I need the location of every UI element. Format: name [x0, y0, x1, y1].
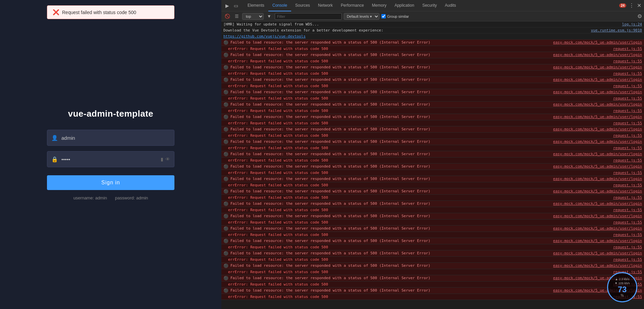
filter-input[interactable]	[275, 13, 342, 20]
error-dot-icon: ⚫	[223, 263, 228, 268]
devtools-topbar: ▶ ▭ Elements Console Sources Network Per…	[221, 0, 644, 11]
error-dot-icon: ⚫	[223, 201, 228, 206]
error-file-link[interactable]: request.js:55	[613, 47, 642, 51]
error-url-link[interactable]: easy-mock.com/mock/5_ue-admin/user/login	[553, 115, 642, 119]
console-settings-icon[interactable]: ⚙	[637, 13, 642, 19]
group-similar-checkbox[interactable]	[381, 14, 386, 18]
error-file-link[interactable]: request.js:55	[613, 71, 642, 76]
log-entry-error-secondary-8: errError: Request failed with status cod…	[221, 145, 644, 151]
error-url-link[interactable]: easy-mock.com/mock/5_ue-admin/user/login	[553, 65, 642, 69]
error-url-link[interactable]: easy-mock.com/mock/5_ue-admin/user/login	[553, 226, 642, 231]
error-file-link[interactable]: request.js:55	[613, 183, 642, 187]
error-dot-icon: ⚫	[223, 288, 228, 293]
error-url-link[interactable]: easy-mock.com/mock/5_ue-admin/user/login	[553, 127, 642, 131]
log-entry-error-main-20: ⚫ Failed to load resource: the server re…	[221, 288, 644, 294]
filter-toggle-icon[interactable]: ☰	[233, 13, 240, 19]
error-url-link[interactable]: easy-mock.com/mock/5_ue-admin/user/login	[553, 214, 642, 218]
capslock-icon[interactable]: ▮	[161, 157, 163, 162]
error-url-link[interactable]: easy-mock.com/mock/5_ue-admin/user/login	[553, 90, 642, 94]
performance-overlay: ▲ 2.3 kb/s ▼ 109 kb/s 73 %	[607, 272, 637, 302]
close-devtools-icon[interactable]: ✕	[637, 2, 641, 9]
eye-icon[interactable]: 👁	[165, 157, 170, 162]
tab-security[interactable]: Security	[418, 0, 441, 11]
error-url-link[interactable]: easy-mock.com/mock/5_ue-admin/user/login	[553, 189, 642, 193]
error-file-link[interactable]: request.js:55	[613, 109, 642, 113]
error-url-link[interactable]: easy-mock.com/mock/5_ue-admin/user/login	[553, 263, 642, 268]
error-url-link[interactable]: easy-mock.com/mock/5_ue-admin/user/login	[553, 239, 642, 243]
error-file-link[interactable]: request.js:55	[613, 96, 642, 101]
tab-elements[interactable]: Elements	[244, 0, 268, 11]
log-entry-error-secondary-6: errError: Request failed with status cod…	[221, 120, 644, 126]
log-entry-error-secondary-1: errError: Request failed with status cod…	[221, 58, 644, 64]
error-url-link[interactable]: easy-mock.com/mock/5_ue-admin/user/login	[553, 177, 642, 181]
error-dot-icon: ⚫	[223, 90, 228, 95]
error-url-link[interactable]: easy-mock.com/mock/5_ue-admin/user/login	[553, 164, 642, 169]
log-entry-error-secondary-0: errError: Request failed with status cod…	[221, 46, 644, 52]
error-file-link[interactable]: request.js:55	[613, 133, 642, 138]
error-file-link[interactable]: request.js:55	[613, 146, 642, 150]
error-file-link[interactable]: request.js:55	[613, 208, 642, 212]
log-entry-error-main-7: ⚫ Failed to load resource: the server re…	[221, 126, 644, 133]
device-icon[interactable]: ▭	[232, 2, 239, 9]
password-input[interactable]	[61, 157, 161, 162]
error-dot-icon: ⚫	[223, 40, 228, 45]
error-dot-icon: ⚫	[223, 214, 228, 219]
tab-application[interactable]: Application	[390, 0, 418, 11]
error-dot-icon: ⚫	[223, 115, 228, 119]
tab-console[interactable]: Console	[268, 0, 291, 11]
username-input-group: 👤	[47, 130, 174, 146]
error-file-link[interactable]: request.js:55	[613, 158, 642, 163]
error-dot-icon: ⚫	[223, 276, 228, 281]
error-url-link[interactable]: easy-mock.com/mock/5_ue-admin/user/login	[553, 251, 642, 255]
log-entry-hmr: [HMR] Waiting for update signal from WDS…	[221, 21, 644, 27]
app-title: vue-admin-template	[68, 109, 154, 119]
log-entry-error-main-4: ⚫ Failed to load resource: the server re…	[221, 89, 644, 96]
error-file-link[interactable]: request.js:55	[613, 195, 642, 200]
error-dot-icon: ⚫	[223, 164, 228, 169]
error-file-link[interactable]: request.js:55	[613, 84, 642, 88]
error-file-link[interactable]: request.js:55	[613, 171, 642, 175]
error-url-link[interactable]: easy-mock.com/mock/5_ue-admin/user/login	[553, 152, 642, 156]
error-file-link[interactable]: request.js:55	[613, 245, 642, 249]
tab-memory[interactable]: Memory	[368, 0, 390, 11]
inspect-icon[interactable]: ▶	[224, 2, 230, 9]
console-log-area[interactable]: [HMR] Waiting for update signal from WDS…	[221, 21, 644, 309]
more-options-icon[interactable]: ⋮	[629, 2, 634, 9]
log-levels-select[interactable]: Default levels ▾	[344, 13, 379, 20]
error-url-link[interactable]: easy-mock.com/mock/5_ue-admin/user/login	[553, 77, 642, 82]
tab-sources[interactable]: Sources	[291, 0, 314, 11]
error-message: Request failed with status code 500	[62, 10, 136, 15]
error-url-link[interactable]: easy-mock.com/mock/5_ue-admin/user/login	[553, 53, 642, 57]
context-selector[interactable]: top	[242, 13, 264, 20]
clear-console-icon[interactable]: 🚫	[223, 13, 231, 19]
error-file-link[interactable]: request.js:55	[613, 257, 642, 262]
error-dot-icon: ⚫	[223, 251, 228, 256]
sign-in-button[interactable]: Sign in	[47, 175, 174, 190]
username-input[interactable]	[61, 135, 170, 141]
log-entry-error-secondary-15: errError: Request failed with status cod…	[221, 232, 644, 238]
log-entry-error-secondary-2: errError: Request failed with status cod…	[221, 71, 644, 77]
log-entry-error-main-14: ⚫ Failed to load resource: the server re…	[221, 213, 644, 220]
password-hint: password: admin	[115, 195, 148, 200]
group-similar-option: Group similar	[381, 14, 409, 18]
error-url-link[interactable]: easy-mock.com/mock/5_ue-admin/user/login	[553, 201, 642, 206]
error-dot-icon: ⚫	[223, 152, 228, 157]
error-url-link[interactable]: easy-mock.com/mock/5_ue-admin/user/login	[553, 40, 642, 45]
error-file-link[interactable]: request.js:55	[613, 220, 642, 225]
devtools-panel: ▶ ▭ Elements Console Sources Network Per…	[221, 0, 644, 309]
error-url-link[interactable]: easy-mock.com/mock/5_ue-admin/user/login	[553, 102, 642, 107]
error-file-link[interactable]: request.js:55	[613, 121, 642, 125]
devtools-tabs: Elements Console Sources Network Perform…	[244, 0, 618, 11]
tab-network[interactable]: Network	[314, 0, 337, 11]
error-dot-icon: ⚫	[223, 65, 228, 70]
error-url-link[interactable]: easy-mock.com/mock/5_ue-admin/user/login	[553, 139, 642, 144]
log-entry-error-secondary-16: errError: Request failed with status cod…	[221, 244, 644, 250]
error-file-link[interactable]: request.js:55	[613, 233, 642, 237]
error-dot-icon: ⚫	[223, 77, 228, 82]
log-entry-vue-devtools: Download the Vue Devtools extension for …	[221, 27, 644, 34]
tab-audits[interactable]: Audits	[441, 0, 460, 11]
tab-performance[interactable]: Performance	[337, 0, 368, 11]
log-entry-error-main-5: ⚫ Failed to load resource: the server re…	[221, 102, 644, 108]
context-dropdown-icon[interactable]: ▼	[266, 13, 273, 19]
error-file-link[interactable]: request.js:55	[613, 59, 642, 63]
